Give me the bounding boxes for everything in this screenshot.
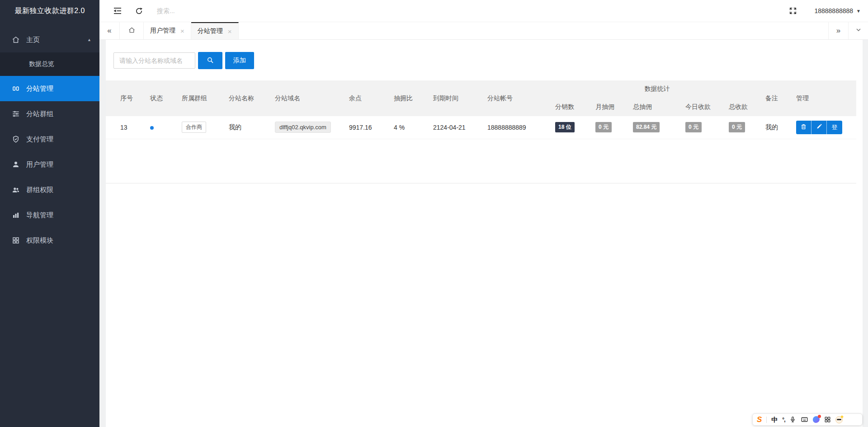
sidebar-item-label: 主页 xyxy=(26,36,40,44)
home-icon xyxy=(12,36,20,44)
distributors-badge: 18 位 xyxy=(555,122,575,132)
topbar: 18888888888 ▼ xyxy=(99,0,868,22)
tabs-scroll-right-button[interactable]: » xyxy=(828,22,848,39)
search-button[interactable] xyxy=(198,52,222,69)
sliders-icon xyxy=(12,110,20,118)
sidebar-item-label: 导航管理 xyxy=(26,211,53,220)
add-button[interactable]: 添加 xyxy=(225,52,254,69)
sidebar-item-data-overview[interactable]: 数据总览 xyxy=(0,52,99,76)
cell-distributors: 18 位 xyxy=(549,116,589,139)
column-header-commission-rate: 抽拥比 xyxy=(387,80,427,116)
sidebar-item-home[interactable]: 主页 ▲ xyxy=(0,27,99,52)
edit-button[interactable] xyxy=(811,121,827,134)
column-header-expire-date: 到期时间 xyxy=(427,80,481,116)
keyboard-icon[interactable] xyxy=(801,416,808,423)
cell-domain: dlffjq02.qkvip.com xyxy=(269,116,343,139)
sidebar-submenu: 数据总览 xyxy=(0,52,99,76)
sogou-logo-icon[interactable]: S xyxy=(757,416,762,423)
content-gutter xyxy=(99,40,106,427)
today-income-badge: 0 元 xyxy=(685,122,702,132)
cell-manage: 登 xyxy=(790,116,856,139)
account-menu[interactable]: 18888888888 ▼ xyxy=(814,7,861,14)
double-chevron-right-icon: » xyxy=(836,26,840,35)
close-icon[interactable]: × xyxy=(180,27,184,35)
sidebar-item-label: 数据总览 xyxy=(29,60,54,68)
cell-commission-rate: 4 % xyxy=(387,116,427,139)
cell-remark: 我的 xyxy=(759,116,790,139)
tabbar: « 用户管理 × 分站管理 × » xyxy=(99,22,868,40)
home-icon xyxy=(128,26,136,36)
fullscreen-icon[interactable] xyxy=(789,7,797,15)
double-chevron-left-icon: « xyxy=(107,26,111,35)
sidebar-item-payment[interactable]: 支付管理 xyxy=(0,127,99,152)
column-header-site-name: 分站名称 xyxy=(222,80,269,116)
caret-down-icon: ▼ xyxy=(856,9,861,14)
sidebar-item-label: 支付管理 xyxy=(26,135,53,144)
sidebar-item-navigation[interactable]: 导航管理 xyxy=(0,202,99,228)
global-search-input[interactable] xyxy=(157,7,292,14)
login-button[interactable]: 登 xyxy=(827,121,842,134)
sidebar-item-site-group[interactable]: 分站群组 xyxy=(0,101,99,127)
vertical-scrollbar[interactable] xyxy=(863,40,868,427)
content-area: 添加 序号 状态 所属群组 分站名称 分站域名 余点 xyxy=(99,40,868,427)
close-icon[interactable]: × xyxy=(228,28,232,35)
tab-label: 分站管理 xyxy=(198,27,223,35)
site-search-input[interactable] xyxy=(113,52,195,69)
column-header-manage: 管理 xyxy=(790,80,856,116)
tabs-menu-button[interactable] xyxy=(848,22,868,39)
collapse-menu-icon[interactable] xyxy=(113,6,122,15)
cell-account: 18888888889 xyxy=(481,116,549,139)
domain-tag: dlffjq02.qkvip.com xyxy=(275,122,331,133)
column-header-month-commission: 月抽佣 xyxy=(589,98,627,116)
refresh-icon[interactable] xyxy=(135,7,143,15)
ime-skin-icon[interactable] xyxy=(813,416,820,423)
tab-user-manage[interactable]: 用户管理 × xyxy=(144,22,191,39)
emoji-icon[interactable] xyxy=(835,416,843,423)
user-icon xyxy=(12,160,20,169)
sidebar-item-permission-module[interactable]: 权限模块 xyxy=(0,228,99,253)
sidebar: 最新独立收款进群2.0 主页 ▲ 数据总览 分站管理 分站群组 xyxy=(0,0,99,427)
site-table: 序号 状态 所属群组 分站名称 分站域名 余点 抽拥比 到期时间 分站帐号 数据… xyxy=(106,80,856,183)
month-commission-badge: 0 元 xyxy=(595,122,612,132)
table-row: 13 合作商 我的 dlffjq02.qkvip.com 9917.16 4 %… xyxy=(106,116,856,139)
total-income-badge: 0 元 xyxy=(729,122,745,132)
sidebar-item-label: 群组权限 xyxy=(26,186,53,194)
column-header-balance: 余点 xyxy=(343,80,387,116)
tabs-scroll-left-button[interactable]: « xyxy=(99,22,120,39)
microphone-icon[interactable] xyxy=(789,416,796,423)
shield-check-icon xyxy=(12,135,20,143)
tab-label: 用户管理 xyxy=(150,27,175,35)
magnifier-icon xyxy=(206,56,214,66)
total-commission-badge: 82.84 元 xyxy=(633,122,660,132)
cell-total-commission: 82.84 元 xyxy=(627,116,679,139)
tab-site-manage[interactable]: 分站管理 × xyxy=(191,22,239,39)
cell-group: 合作商 xyxy=(175,116,222,139)
group-tag: 合作商 xyxy=(182,122,206,133)
status-dot xyxy=(150,126,154,130)
sidebar-item-group-permission[interactable]: 群组权限 xyxy=(0,177,99,202)
tab-home[interactable] xyxy=(120,22,144,39)
column-header-total-commission: 总抽佣 xyxy=(627,98,679,116)
ime-divider xyxy=(766,417,767,423)
column-header-total-income: 总收款 xyxy=(722,98,759,116)
cell-site-name: 我的 xyxy=(222,116,269,139)
users-icon xyxy=(12,186,20,194)
sidebar-item-user-manage[interactable]: 用户管理 xyxy=(0,152,99,177)
cell-expire-date: 2124-04-21 xyxy=(427,116,481,139)
sidebar-item-label: 权限模块 xyxy=(26,236,53,245)
sidebar-item-site-manage[interactable]: 分站管理 xyxy=(0,76,99,101)
ime-toolbox-icon[interactable] xyxy=(824,416,831,423)
column-header-account: 分站帐号 xyxy=(481,80,549,116)
cell-total-income: 0 元 xyxy=(722,116,759,139)
column-header-group: 所属群组 xyxy=(175,80,222,116)
sidebar-item-label: 用户管理 xyxy=(26,160,53,169)
ime-punctuation-mode[interactable]: °, xyxy=(782,417,785,422)
trash-icon xyxy=(800,123,807,131)
delete-button[interactable] xyxy=(796,121,811,134)
column-header-index: 序号 xyxy=(106,80,144,116)
chevron-down-icon xyxy=(855,26,862,35)
column-header-domain: 分站域名 xyxy=(269,80,343,116)
bar-stack-icon xyxy=(12,211,20,219)
ime-language-mode[interactable]: 中 xyxy=(771,417,778,423)
cell-balance: 9917.16 xyxy=(343,116,387,139)
